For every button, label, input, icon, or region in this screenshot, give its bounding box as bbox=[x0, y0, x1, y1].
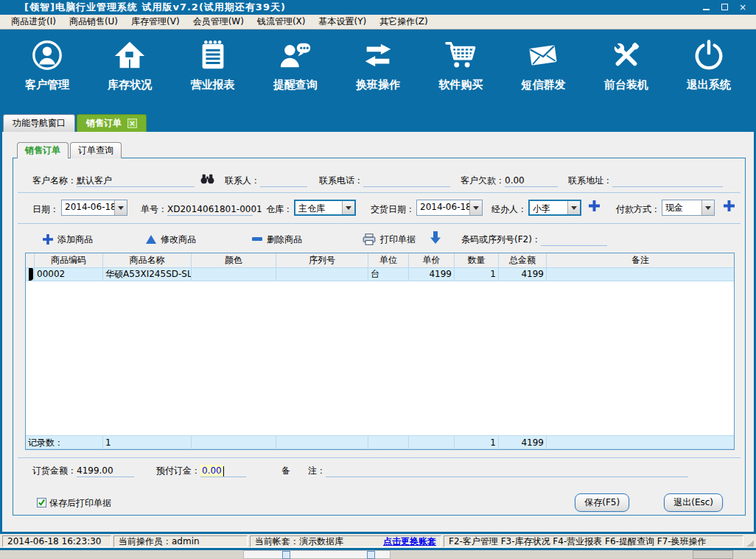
toolbar-front-desk-assembly[interactable]: 前台装机 bbox=[588, 37, 665, 92]
edit-product-button[interactable]: 修改商品 bbox=[146, 233, 196, 246]
column-header[interactable]: 数量 bbox=[455, 253, 499, 268]
toolbar-customer-management[interactable]: 客户管理 bbox=[9, 37, 85, 92]
menu-item-goods-purchase[interactable]: 商品进货(I) bbox=[4, 15, 63, 29]
menu-item-inventory[interactable]: 库存管理(V) bbox=[125, 15, 186, 29]
phone-label: 联系电话： bbox=[319, 174, 363, 187]
column-header[interactable]: 序列号 bbox=[276, 253, 368, 268]
tab-sales-order[interactable]: 销售订单 × bbox=[77, 114, 147, 132]
handler-select[interactable]: 小李 bbox=[528, 200, 581, 216]
print-after-save-checkbox[interactable]: 保存后打印单据 bbox=[37, 496, 111, 510]
content-area: 销售订单 订单查询 客户名称： 默认客户 联系人： 联系电话： 客户欠款： 0.… bbox=[0, 132, 756, 532]
background-window-fragment bbox=[367, 551, 375, 559]
swap-arrows-icon bbox=[360, 37, 396, 74]
toolbar-reminder-query[interactable]: 提醒查询 bbox=[257, 37, 334, 92]
row-indicator-icon bbox=[29, 268, 35, 281]
column-header[interactable]: 单价 bbox=[409, 253, 455, 268]
subtab-order-query[interactable]: 订单查询 bbox=[70, 142, 122, 158]
chevron-down-icon[interactable] bbox=[342, 201, 354, 214]
close-button[interactable]: × bbox=[737, 1, 749, 13]
cell-product-name: 华硕A53XI245SD-SL bbox=[103, 268, 192, 281]
menu-item-members[interactable]: 会员管理(W) bbox=[186, 15, 251, 29]
maximize-icon bbox=[721, 4, 728, 10]
subtab-sales-order[interactable]: 销售订单 bbox=[17, 142, 69, 158]
delivery-date-label: 交货日期： bbox=[371, 203, 415, 216]
toolbar-exit-system[interactable]: 退出系统 bbox=[671, 37, 747, 92]
cell-product-code: 00002 bbox=[35, 268, 103, 281]
exit-button[interactable]: 退出(Esc) bbox=[664, 493, 723, 512]
column-header[interactable]: 总金额 bbox=[499, 253, 547, 268]
minus-icon bbox=[252, 237, 262, 242]
toolbar: 客户管理 库存状况 营业报表 提醒查询 换班操作 bbox=[0, 29, 756, 112]
order-no-label: 单号： bbox=[141, 203, 167, 216]
address-input[interactable] bbox=[612, 174, 723, 187]
toolbar-sms-broadcast[interactable]: 短信群发 bbox=[505, 37, 581, 92]
column-header[interactable]: 商品名称 bbox=[103, 253, 192, 268]
screen: [领智]电脑行业管理系统 试用版v7.2(试用期还有39天) × 商品进货(I)… bbox=[0, 0, 756, 559]
chevron-down-icon[interactable] bbox=[701, 200, 714, 215]
resize-grip[interactable] bbox=[746, 535, 755, 547]
add-product-button[interactable]: 添加商品 bbox=[43, 233, 93, 246]
toolbar-label: 换班操作 bbox=[356, 78, 400, 92]
menu-item-cashflow[interactable]: 钱流管理(X) bbox=[251, 15, 312, 29]
cell-total: 4199 bbox=[499, 268, 547, 281]
power-icon bbox=[691, 37, 727, 74]
checkbox-label: 保存后打印单据 bbox=[49, 496, 111, 510]
switch-account-link[interactable]: 点击更换账套 bbox=[383, 535, 436, 548]
table-row[interactable]: 00002 华硕A53XI245SD-SL 台 4199 1 4199 bbox=[26, 268, 734, 281]
add-payment-icon[interactable] bbox=[724, 200, 735, 214]
footer-amount-total: 4199 bbox=[499, 435, 547, 449]
triangle-up-icon bbox=[146, 235, 156, 244]
grid-header: 商品编码 商品名称 颜色 序列号 单位 单价 数量 总金额 备注 bbox=[26, 253, 734, 268]
sub-tab-bar: 销售订单 订单查询 bbox=[17, 142, 754, 158]
toolbar-label: 软件购买 bbox=[438, 78, 483, 92]
barcode-label: 条码或序列号(F2)： bbox=[461, 233, 541, 246]
record-count-label: 记录数： bbox=[26, 435, 103, 449]
column-header[interactable]: 单位 bbox=[368, 253, 409, 268]
menu-item-other[interactable]: 其它操作(Z) bbox=[373, 15, 435, 29]
toolbar-software-purchase[interactable]: 软件购买 bbox=[422, 37, 499, 92]
deposit-input[interactable]: 0.00 bbox=[200, 464, 246, 477]
chevron-down-icon[interactable] bbox=[469, 200, 482, 215]
menu-item-goods-sales[interactable]: 商品销售(U) bbox=[63, 15, 125, 29]
column-header[interactable]: 备注 bbox=[547, 253, 734, 268]
column-header[interactable]: 颜色 bbox=[192, 253, 276, 268]
print-receipt-button[interactable]: 打印单据 bbox=[363, 233, 416, 246]
remark-input[interactable] bbox=[326, 464, 688, 477]
order-row: 日期： 2014-06-18 单号： XD2014061801-0001 仓库：… bbox=[13, 193, 745, 216]
person-chat-icon bbox=[278, 37, 313, 74]
barcode-input[interactable] bbox=[541, 233, 607, 246]
chevron-down-icon[interactable] bbox=[114, 200, 127, 215]
tab-strip: 功能导航窗口 销售订单 × bbox=[0, 112, 756, 132]
window-title: [领智]电脑行业管理系统 试用版v7.2(试用期还有39天) bbox=[24, 1, 286, 14]
maximize-button[interactable] bbox=[718, 1, 730, 13]
minimize-button[interactable] bbox=[700, 1, 712, 13]
payment-select[interactable]: 现金 bbox=[662, 200, 715, 216]
chevron-down-icon[interactable] bbox=[567, 201, 580, 214]
warehouse-select[interactable]: 主仓库 bbox=[294, 200, 356, 216]
checkbox-icon[interactable] bbox=[37, 498, 46, 507]
order-amount-value: 4199.00 bbox=[77, 464, 134, 477]
column-header[interactable]: 商品编码 bbox=[35, 253, 103, 268]
shopping-cart-icon bbox=[443, 37, 478, 74]
toolbar-label: 短信群发 bbox=[521, 78, 565, 92]
toolbar-inventory-status[interactable]: 库存状况 bbox=[91, 37, 168, 92]
minimize-icon bbox=[703, 9, 710, 10]
toolbar-business-report[interactable]: 营业报表 bbox=[175, 37, 251, 92]
contact-input[interactable] bbox=[260, 174, 307, 187]
tab-close-icon[interactable]: × bbox=[127, 119, 137, 128]
phone-input[interactable] bbox=[363, 174, 450, 187]
toolbar-label: 提醒查询 bbox=[273, 78, 318, 92]
menu-item-settings[interactable]: 基本设置(Y) bbox=[312, 15, 373, 29]
tab-function-navigation[interactable]: 功能导航窗口 bbox=[3, 114, 75, 132]
delete-product-button[interactable]: 删除商品 bbox=[252, 233, 302, 246]
add-handler-icon[interactable] bbox=[589, 200, 600, 214]
binoculars-icon[interactable] bbox=[200, 173, 214, 187]
toolbar-shift-change[interactable]: 换班操作 bbox=[340, 37, 416, 92]
down-arrow-icon[interactable] bbox=[430, 231, 441, 247]
delivery-date-select[interactable]: 2014-06-18 bbox=[416, 200, 483, 216]
customer-name-input[interactable]: 默认客户 bbox=[77, 174, 195, 187]
toolbar-label: 前台装机 bbox=[604, 78, 648, 92]
date-select[interactable]: 2014-06-18 bbox=[61, 200, 127, 216]
save-button[interactable]: 保存(F5) bbox=[575, 493, 629, 512]
remark-label: 备 注： bbox=[281, 464, 326, 477]
